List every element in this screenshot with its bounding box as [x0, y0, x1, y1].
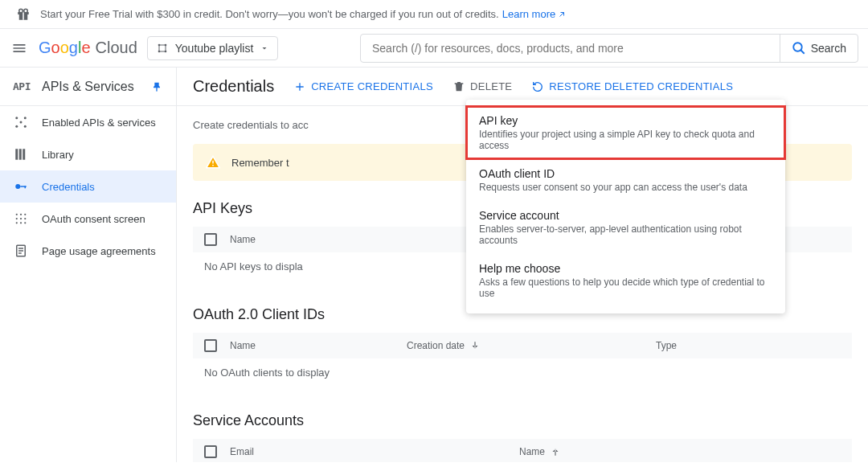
svg-rect-16: [19, 149, 22, 160]
page-title: Credentials: [193, 77, 274, 96]
create-credentials-button[interactable]: CREATE CREDENTIALS: [293, 80, 433, 93]
svg-point-10: [15, 117, 18, 119]
chevron-down-icon: [260, 43, 269, 53]
api-icon: API: [13, 80, 31, 92]
sidebar-item-agreements[interactable]: Page usage agreements: [0, 235, 176, 267]
col-email[interactable]: Email: [230, 446, 519, 457]
delete-button[interactable]: DELETE: [452, 80, 512, 93]
trash-icon: [452, 80, 465, 93]
content: Credentials CREATE CREDENTIALS DELETE RE…: [177, 68, 868, 462]
agreements-icon: [13, 243, 29, 259]
sidebar-item-label: Library: [42, 149, 74, 161]
svg-point-12: [15, 125, 18, 128]
project-name: Youtube playlist: [175, 42, 254, 55]
warning-icon: [206, 155, 220, 170]
sort-up-icon: [550, 446, 561, 457]
svg-point-4: [24, 9, 28, 13]
key-icon: [13, 178, 29, 195]
sidebar-item-oauth-consent[interactable]: OAuth consent screen: [0, 203, 176, 235]
menu-item-api-key[interactable]: API key Identifies your project using a …: [466, 106, 785, 159]
svg-rect-20: [25, 186, 27, 188]
sidebar-item-library[interactable]: Library: [0, 138, 176, 170]
sidebar-header: API APIs & Services: [0, 68, 176, 106]
search-icon: [792, 41, 806, 55]
col-type[interactable]: Type: [656, 340, 841, 351]
sidebar-item-credentials[interactable]: Credentials: [0, 170, 176, 203]
oauth-table-header: Name Creation date Type: [193, 333, 852, 358]
svg-point-23: [24, 214, 26, 215]
service-table-header: Email Name: [193, 439, 852, 462]
svg-rect-15: [15, 149, 18, 160]
project-selector[interactable]: Youtube playlist: [147, 36, 279, 60]
menu-item-service-account[interactable]: Service account Enables server-to-server…: [466, 201, 785, 254]
select-all-checkbox[interactable]: [204, 233, 217, 246]
svg-point-28: [20, 222, 22, 223]
plus-icon: [293, 80, 306, 93]
menu-icon[interactable]: [10, 39, 29, 58]
sidebar-item-label: Enabled APIs & services: [42, 117, 156, 129]
menu-item-help-me-choose[interactable]: Help me choose Asks a few questions to h…: [466, 254, 785, 307]
svg-point-9: [793, 43, 802, 51]
restore-deleted-button[interactable]: RESTORE DELETED CREDENTIALS: [531, 80, 733, 93]
oauth-empty: No OAuth clients to display: [193, 358, 852, 387]
svg-point-21: [16, 214, 18, 215]
svg-rect-17: [23, 149, 25, 160]
sidebar: API APIs & Services Enabled APIs & servi…: [0, 68, 177, 462]
svg-point-11: [24, 117, 27, 119]
col-name[interactable]: Name: [230, 234, 407, 245]
svg-point-29: [24, 222, 26, 223]
top-bar: Google Cloud Youtube playlist Search: [0, 29, 868, 68]
create-credentials-menu: API key Identifies your project using a …: [466, 100, 785, 313]
sidebar-item-label: Credentials: [42, 181, 95, 193]
restore-icon: [531, 80, 544, 93]
section-title-service-accounts: Service Accounts: [193, 412, 852, 429]
svg-point-18: [15, 184, 20, 189]
alert-text: Remember t: [231, 157, 289, 169]
svg-point-13: [24, 125, 27, 128]
sidebar-item-label: OAuth consent screen: [42, 213, 145, 225]
sidebar-item-enabled-apis[interactable]: Enabled APIs & services: [0, 106, 176, 138]
consent-icon: [13, 211, 29, 227]
col-name[interactable]: Name: [230, 340, 407, 351]
svg-point-27: [16, 222, 18, 223]
select-all-checkbox[interactable]: [204, 339, 217, 352]
sidebar-item-label: Page usage agreements: [42, 245, 156, 257]
gift-icon: [16, 7, 31, 22]
promo-text: Start your Free Trial with $300 in credi…: [40, 8, 499, 20]
logo-cloud-text: Cloud: [96, 39, 137, 57]
svg-point-26: [24, 218, 26, 219]
svg-point-3: [19, 9, 23, 13]
menu-item-oauth-client-id[interactable]: OAuth client ID Requests user consent so…: [466, 159, 785, 201]
col-creation-date[interactable]: Creation date: [407, 340, 656, 351]
col-name[interactable]: Name: [519, 446, 768, 457]
svg-point-25: [20, 218, 22, 219]
search-button[interactable]: Search: [780, 35, 858, 62]
svg-point-14: [20, 121, 23, 124]
logo[interactable]: Google Cloud: [39, 39, 137, 57]
search-bar: Search: [360, 34, 858, 63]
search-input[interactable]: [361, 42, 780, 55]
pin-icon[interactable]: [150, 80, 163, 93]
promo-bar: Start your Free Trial with $300 in credi…: [0, 0, 868, 29]
select-all-checkbox[interactable]: [204, 445, 217, 458]
enabled-apis-icon: [13, 114, 29, 130]
svg-point-22: [20, 214, 22, 215]
sidebar-title: APIs & Services: [42, 80, 139, 94]
library-icon: [13, 146, 29, 162]
sort-down-icon: [469, 340, 481, 351]
project-icon: [156, 42, 169, 55]
promo-learn-more-link[interactable]: Learn more: [502, 8, 567, 20]
svg-point-24: [16, 218, 18, 219]
